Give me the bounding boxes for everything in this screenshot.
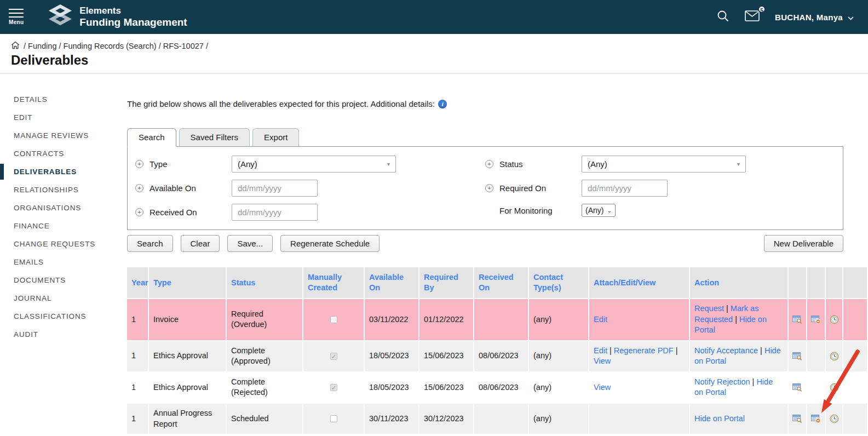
- menu-button[interactable]: Menu: [9, 9, 24, 25]
- cell-status: Required (Overdue): [227, 298, 303, 340]
- sidebar-item-classifications[interactable]: CLASSIFICATIONS: [0, 307, 127, 325]
- cell-manually-created: [303, 298, 365, 340]
- breadcrumb-link-rfs-10027[interactable]: RFS-10027: [163, 42, 204, 50]
- expand-filter-icon[interactable]: +: [135, 160, 143, 168]
- new-deliverable-button[interactable]: New Deliverable: [764, 235, 843, 252]
- request-link[interactable]: Request: [694, 304, 724, 313]
- manually-created-checkbox[interactable]: [330, 353, 337, 360]
- messages-button[interactable]: 5: [745, 10, 760, 24]
- regenerate-schedule-button[interactable]: Regenerate Schedule: [280, 235, 380, 252]
- table-row-invoice: 1InvoiceRequired (Overdue)03/11/202201/1…: [127, 298, 868, 340]
- type-filter-dropdown[interactable]: (Any)▾: [232, 156, 396, 173]
- expand-filter-icon[interactable]: +: [485, 184, 493, 192]
- manually-created-checkbox[interactable]: [330, 415, 337, 422]
- form-remove-icon[interactable]: [807, 403, 826, 434]
- column-header-type[interactable]: Type: [149, 267, 227, 298]
- sidebar-item-deliverables[interactable]: DELIVERABLES: [0, 163, 127, 181]
- form-view-icon[interactable]: [789, 434, 807, 436]
- manually-created-checkbox[interactable]: [330, 384, 337, 391]
- home-icon[interactable]: [11, 41, 20, 51]
- tab-saved-filters[interactable]: Saved Filters: [179, 128, 250, 147]
- breadcrumb-link-funding[interactable]: Funding: [28, 42, 56, 50]
- history-icon[interactable]: [826, 434, 843, 436]
- required-on-date-input[interactable]: [582, 180, 668, 197]
- main-content: The grid below shows all the deliverable…: [127, 74, 868, 436]
- form-view-icon[interactable]: [789, 340, 807, 371]
- dropdown-value: (Any): [238, 159, 257, 169]
- sidebar-item-journal[interactable]: JOURNAL: [0, 289, 127, 307]
- tab-export[interactable]: Export: [252, 128, 299, 147]
- user-name: BUCHAN, Manya: [775, 13, 843, 22]
- manually-created-checkbox[interactable]: [330, 316, 337, 323]
- edit-link[interactable]: Edit: [594, 346, 607, 355]
- cell-year: 1: [127, 340, 149, 371]
- form-remove-icon[interactable]: [807, 434, 826, 436]
- column-header-attach-edit-view[interactable]: Attach/Edit/View: [589, 267, 690, 298]
- tab-search[interactable]: Search: [127, 128, 176, 147]
- column-header-action[interactable]: Action: [690, 267, 789, 298]
- received-on-date-input[interactable]: [232, 204, 318, 221]
- sidebar-item-organisations[interactable]: ORGANISATIONS: [0, 199, 127, 217]
- history-icon[interactable]: [826, 371, 843, 403]
- form-view-icon[interactable]: [789, 298, 807, 340]
- expand-filter-icon[interactable]: +: [135, 184, 143, 192]
- table-row-annual-progress-report: 1Annual Progress ReportScheduled30/11/20…: [127, 403, 868, 434]
- cell-received-on: [474, 434, 529, 436]
- search-button[interactable]: Search: [127, 235, 173, 252]
- regenerate-pdf-link[interactable]: Regenerate PDF: [614, 346, 674, 355]
- sidebar-item-details[interactable]: DETAILS: [0, 90, 127, 108]
- column-header-manually-created[interactable]: Manually Created: [303, 267, 365, 298]
- form-view-icon[interactable]: [789, 371, 807, 403]
- view-link[interactable]: View: [594, 383, 611, 392]
- clear-button[interactable]: Clear: [181, 235, 220, 252]
- dropdown-value: (Any): [588, 159, 607, 169]
- sidebar-item-manage-reviews[interactable]: MANAGE REVIEWS: [0, 127, 127, 145]
- breadcrumb-link-funding-records-search[interactable]: Funding Records (Search): [64, 42, 157, 50]
- form-remove-icon[interactable]: [807, 298, 826, 340]
- brand-logo-icon: [48, 3, 73, 31]
- history-icon[interactable]: [826, 403, 843, 434]
- sidebar-item-change-requests[interactable]: CHANGE REQUESTS: [0, 235, 127, 253]
- column-header-year[interactable]: Year: [127, 267, 149, 298]
- available-on-date-input[interactable]: [232, 180, 318, 197]
- form-view-icon[interactable]: [789, 403, 807, 434]
- column-header-contact-type-s[interactable]: Contact Type(s): [529, 267, 589, 298]
- sidebar: DETAILSEDITMANAGE REVIEWSCONTRACTSDELIVE…: [0, 74, 127, 343]
- status-filter-dropdown[interactable]: (Any)▾: [582, 156, 746, 173]
- save-button[interactable]: Save...: [227, 235, 273, 252]
- cell-action: Notify Acceptance | Hide on Portal: [690, 340, 789, 371]
- filter-row-type: +Type(Any)▾: [135, 156, 485, 173]
- cell-available-on: 30/11/2023: [365, 434, 419, 436]
- sidebar-item-edit[interactable]: EDIT: [0, 108, 127, 127]
- expand-filter-icon[interactable]: +: [485, 160, 493, 168]
- sidebar-item-finance[interactable]: FINANCE: [0, 217, 127, 235]
- notify-rejection-link[interactable]: Notify Rejection: [694, 377, 750, 386]
- column-header-required-by[interactable]: Required By: [419, 267, 474, 298]
- history-icon[interactable]: [826, 298, 843, 340]
- app-header: Menu Elements Funding Management: [0, 0, 868, 34]
- for-monitoring-select[interactable]: (Any)⌄: [582, 204, 616, 217]
- info-icon[interactable]: i: [438, 100, 447, 108]
- breadcrumb-bar: / Funding / Funding Records (Search) / R…: [0, 34, 868, 74]
- edit-link[interactable]: Edit: [594, 315, 607, 324]
- search-icon[interactable]: [716, 9, 729, 25]
- notify-acceptance-link[interactable]: Notify Acceptance: [694, 346, 758, 355]
- sidebar-item-emails[interactable]: EMAILS: [0, 253, 127, 271]
- dropdown-caret-icon: ▾: [387, 161, 390, 167]
- chevron-down-icon: [848, 13, 854, 22]
- sidebar-item-relationships[interactable]: RELATIONSHIPS: [0, 181, 127, 199]
- hide-on-portal-link[interactable]: Hide on Portal: [694, 414, 745, 423]
- column-header-received-on[interactable]: Received On: [474, 267, 529, 298]
- column-header-status[interactable]: Status: [227, 267, 303, 298]
- sidebar-item-audit[interactable]: AUDIT: [0, 325, 127, 343]
- history-icon[interactable]: [826, 340, 843, 371]
- user-menu[interactable]: BUCHAN, Manya: [775, 13, 854, 22]
- expand-filter-icon[interactable]: +: [135, 208, 143, 216]
- sidebar-item-contracts[interactable]: CONTRACTS: [0, 145, 127, 163]
- column-header-empty: [826, 267, 843, 298]
- cell-contact-types: (any): [529, 371, 589, 403]
- sidebar-item-documents[interactable]: DOCUMENTS: [0, 271, 127, 289]
- view-link[interactable]: View: [594, 357, 611, 365]
- column-header-available-on[interactable]: Available On: [365, 267, 419, 298]
- cell-year: 1: [127, 434, 149, 436]
